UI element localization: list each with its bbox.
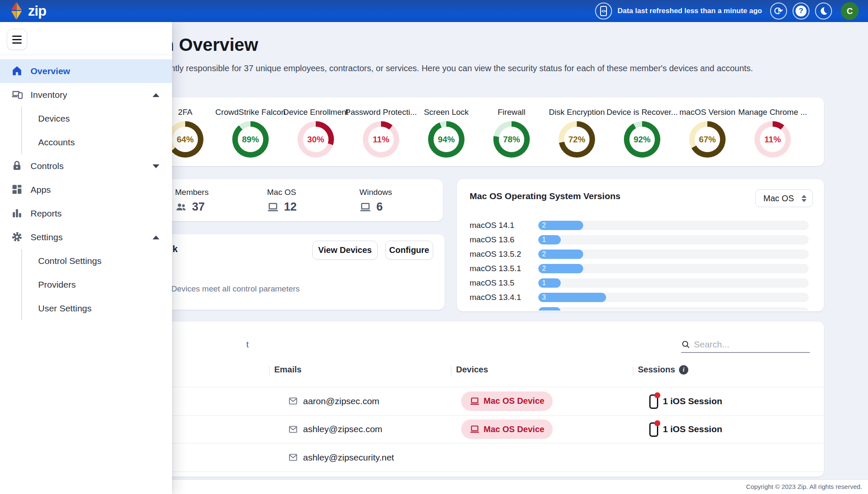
- donut-disk-encryption: Disk Encryption72%: [544, 108, 609, 158]
- sidebar-item-devices[interactable]: Devices: [0, 107, 172, 130]
- zip-logo[interactable]: zip: [9, 2, 46, 20]
- people-icon: [175, 201, 187, 213]
- logo-text: zip: [28, 3, 46, 19]
- bar-track: 1: [538, 235, 809, 244]
- search-input[interactable]: [694, 339, 810, 350]
- configure-button[interactable]: Configure: [385, 241, 433, 260]
- stat-value: 6: [359, 200, 392, 214]
- bar-fill: 1: [538, 235, 561, 244]
- session-text: 1 iOS Session: [663, 396, 722, 406]
- sidebar-menu: OverviewInventoryDevicesAccountsControls…: [0, 55, 172, 320]
- sidebar-item-label: Reports: [31, 208, 62, 219]
- zip-logo-icon: [9, 2, 24, 20]
- bar-fill: 2: [538, 221, 583, 230]
- device-badge-mac-os[interactable]: Mac OS Device: [461, 419, 553, 439]
- bar-fill: 1: [538, 278, 561, 288]
- sidebar-item-label: Settings: [31, 232, 63, 242]
- column-separator: [633, 366, 633, 375]
- sidebar-item-controls[interactable]: Controls: [0, 154, 172, 178]
- donut-password-protecti: Password Protecti...11%: [348, 108, 414, 158]
- donut-value: 92%: [634, 135, 651, 144]
- bar-fill: [538, 307, 561, 311]
- donut-ring: 89%: [232, 121, 269, 158]
- sessions-label: Sessions: [638, 365, 675, 375]
- donut-screen-lock: Screen Lock94%: [414, 108, 479, 158]
- os-version-label: macOS 13.4.1: [470, 293, 538, 302]
- stat-members: Members37: [175, 188, 209, 214]
- stat-number: 12: [284, 200, 297, 214]
- sidebar-item-accounts[interactable]: Accounts: [0, 130, 172, 154]
- bar-track: 2: [538, 250, 809, 259]
- sidebar-item-reports[interactable]: Reports: [0, 202, 172, 225]
- donut-value: 64%: [177, 135, 194, 144]
- donut-ring: 92%: [624, 121, 660, 158]
- bar-track: 1: [538, 278, 809, 288]
- column-header-emails[interactable]: Emails: [274, 365, 301, 375]
- table-row[interactable]: ashley@zipsec.comMac OS Device1 iOS Sess…: [76, 416, 824, 444]
- table-row[interactable]: ashley@zipsecurity.net: [76, 444, 824, 472]
- stat-value: 12: [267, 200, 297, 214]
- donut-hole: 11%: [368, 127, 394, 152]
- moon-icon: [819, 6, 828, 16]
- os-bar-row: macOS 14.12: [470, 218, 809, 233]
- session-text: 1 iOS Session: [663, 424, 722, 434]
- donut-value: 30%: [307, 135, 324, 144]
- info-icon[interactable]: i: [679, 365, 688, 375]
- sessions-cell: 1 iOS Session: [649, 416, 722, 444]
- sidebar-item-apps[interactable]: Apps: [0, 178, 172, 202]
- donut-ring: 78%: [493, 121, 530, 158]
- sidebar-item-label: Devices: [38, 114, 70, 124]
- apps-icon: [11, 183, 24, 196]
- bar-fill: 2: [538, 250, 583, 259]
- dark-mode-moon-icon[interactable]: [815, 3, 832, 19]
- table-header: Emails Devices Sessions i: [76, 361, 824, 381]
- help-icon[interactable]: ?: [793, 3, 810, 19]
- sync-alert-icon[interactable]: ⟳ !: [770, 3, 787, 19]
- code-glyph: <>: [600, 6, 607, 16]
- sidebar-item-label: Accounts: [38, 137, 75, 147]
- sessions-cell: 1 iOS Session: [649, 387, 722, 415]
- mobile-code-icon[interactable]: <>: [595, 3, 612, 19]
- view-devices-button[interactable]: View Devices: [312, 241, 378, 260]
- column-header-devices[interactable]: Devices: [456, 365, 488, 375]
- donut-hole: 11%: [760, 127, 785, 152]
- sidebar-item-label: Overview: [31, 66, 70, 76]
- os-version-label: macOS 13.5: [470, 278, 538, 288]
- donut-manage-chrome: Manage Chrome ...11%: [740, 108, 805, 158]
- os-filter-select[interactable]: Mac OS: [755, 189, 813, 207]
- table-link-fragment[interactable]: t: [246, 339, 249, 350]
- gear-icon: [11, 231, 24, 244]
- column-separator: [269, 366, 270, 375]
- table-row[interactable]: aaron@zipsec.comMac OS Device1 iOS Sessi…: [76, 387, 824, 416]
- sync-bang-glyph: !: [778, 8, 779, 14]
- device-badge-mac-os[interactable]: Mac OS Device: [461, 391, 553, 411]
- column-header-sessions[interactable]: Sessions i: [638, 365, 688, 375]
- os-version-label: macOS 14.1: [470, 221, 538, 230]
- donut-ring: 11%: [754, 121, 791, 158]
- sidebar-item-control-settings[interactable]: Control Settings: [0, 249, 172, 273]
- donut-label: Device Enrollment: [283, 108, 348, 118]
- os-versions-bars: macOS 14.12macOS 13.61macOS 13.5.22macOS…: [470, 218, 809, 311]
- donut-hole: 30%: [303, 127, 328, 152]
- user-avatar[interactable]: C: [841, 2, 859, 20]
- donut-ring: 11%: [363, 121, 399, 158]
- control-card-title: k: [172, 244, 178, 255]
- sidebar-item-settings[interactable]: Settings: [0, 225, 172, 249]
- controls-donut-strip: 2FA64%CrowdStrike Falcon89%Device Enroll…: [153, 108, 805, 158]
- sidebar-item-user-settings[interactable]: User Settings: [0, 297, 172, 320]
- donut-value: 11%: [765, 135, 781, 144]
- os-versions-card: Mac OS Operating System Versions Mac OS …: [457, 179, 824, 311]
- hamburger-menu-button[interactable]: [7, 29, 27, 50]
- bar-track: [538, 307, 809, 311]
- bar-track: 2: [538, 221, 809, 230]
- donut-label: Password Protecti...: [345, 108, 417, 118]
- donut-label: CrowdStrike Falcon: [215, 108, 286, 118]
- sidebar-item-inventory[interactable]: Inventory: [0, 83, 172, 107]
- table-body: aaron@zipsec.comMac OS Device1 iOS Sessi…: [76, 387, 824, 472]
- email-cell: ashley@zipsecurity.net: [288, 444, 394, 472]
- laptop-icon: [470, 396, 480, 406]
- os-bar-row-partial: [470, 305, 809, 311]
- sidebar-item-providers[interactable]: Providers: [0, 273, 172, 297]
- sidebar-item-overview[interactable]: Overview: [0, 59, 172, 83]
- os-version-label: macOS 13.5.2: [470, 250, 538, 259]
